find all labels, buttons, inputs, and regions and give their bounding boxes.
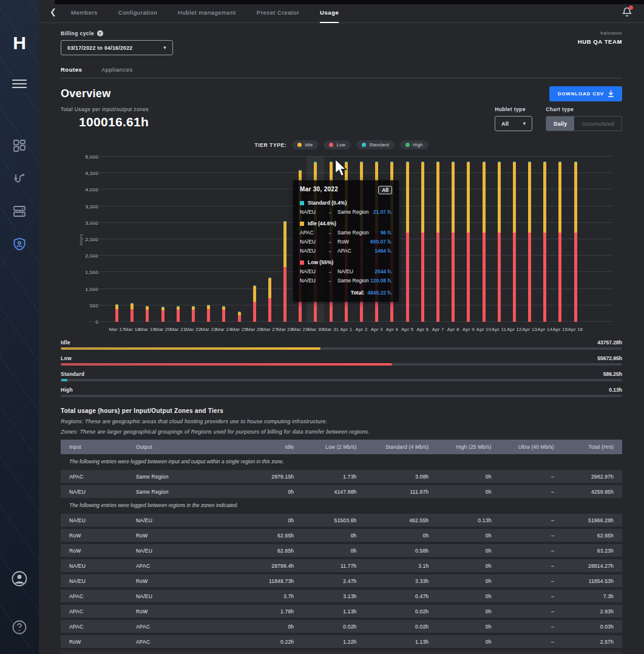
table-cell: 11.77h xyxy=(302,563,365,569)
table-cell: – xyxy=(500,593,563,599)
col-header-input: Input xyxy=(61,444,127,450)
tab-hublet-management[interactable]: Hublet management xyxy=(178,9,236,22)
bar-slot-mar-23[interactable]: Mar 23 xyxy=(201,157,216,322)
bar-slot-mar-27[interactable]: Mar 27 xyxy=(262,157,277,322)
table-cell: 11854.53h xyxy=(563,578,622,584)
table-row: RoWRoW62.65h0h0h0h–62.65h xyxy=(61,529,622,542)
tier-track xyxy=(61,379,622,381)
table-row: NA/EUAPAC28799.4h11.77h3.1h0h–28814.27h xyxy=(61,559,622,572)
x-tick-label: Mar 25 xyxy=(231,327,247,332)
bar-slot-apr-14[interactable]: Apr 14 xyxy=(537,157,552,322)
route-hours: 2544 h. xyxy=(375,268,392,274)
subtab-routes[interactable]: Routes xyxy=(61,63,82,78)
bar-slot-mar-25[interactable]: Mar 25 xyxy=(232,157,247,322)
appliances-icon[interactable] xyxy=(8,200,30,222)
tier-value: 0.13h xyxy=(609,387,622,393)
notifications-bell-icon[interactable] xyxy=(622,7,632,17)
table-total-row: TOTAL (HRS)43757.28h55672.95h586.25h0.13… xyxy=(61,650,622,654)
bar-slot-mar-19[interactable]: Mar 19 xyxy=(140,157,155,322)
subtab-appliances[interactable]: Appliances xyxy=(101,63,132,78)
route-hours: 96 h. xyxy=(381,230,392,236)
tab-configuration[interactable]: Configuration xyxy=(118,9,157,22)
dashboard-icon[interactable] xyxy=(8,135,30,157)
bar-segment-low xyxy=(406,233,409,322)
tooltip-section-standard-0-4: Standard (0.4%)NA/EU→Same Region21.07 h. xyxy=(300,200,392,215)
bar-slot-mar-21[interactable]: Mar 21 xyxy=(171,157,186,322)
download-csv-button[interactable]: DOWNLOAD CSV xyxy=(549,86,622,101)
table-cell: 0.02h xyxy=(365,608,438,615)
chevron-down-icon: ▾ xyxy=(523,121,526,126)
tooltip-section-idle-44-6: Idle (44.6%)APAC→Same Region96 h.NA/EU→R… xyxy=(300,220,392,254)
tooltip-all-badge: All xyxy=(378,186,392,194)
table-cell: 51503.6h xyxy=(302,517,365,523)
table-cell: – xyxy=(500,474,563,480)
download-icon xyxy=(608,90,614,97)
chart-type-daily[interactable]: Daily xyxy=(546,117,574,131)
table-cell: 0.13h xyxy=(437,517,500,523)
legend-pill-standard[interactable]: Standard xyxy=(356,140,395,149)
x-tick-label: Apr 11 xyxy=(492,327,506,332)
bar-slot-mar-26[interactable]: Mar 26 xyxy=(247,157,262,322)
table-cell: 28799.4h xyxy=(240,563,302,569)
route-to: Same Region xyxy=(337,209,373,215)
table-cell: 51966.28h xyxy=(563,517,622,523)
account-icon[interactable] xyxy=(8,568,30,590)
bar-slot-apr-10[interactable]: Apr 10 xyxy=(476,157,492,322)
bar-slot-apr-12[interactable]: Apr 12 xyxy=(507,157,522,322)
bar-slot-apr-16[interactable]: Apr 16 xyxy=(568,157,583,322)
table-cell: – xyxy=(500,563,563,569)
route-to: NA/EU xyxy=(337,268,375,274)
help-icon[interactable] xyxy=(8,616,30,638)
x-tick-label: Mar 19 xyxy=(140,327,155,332)
bar-slot-apr-11[interactable]: Apr 11 xyxy=(492,157,507,322)
bar-slot-mar-18[interactable]: Mar 18 xyxy=(124,157,140,322)
bar-slot-mar-17[interactable]: Mar 17 xyxy=(109,157,124,322)
bar-slot-apr-9[interactable]: Apr 9 xyxy=(461,157,476,322)
bar-slot-apr-13[interactable]: Apr 13 xyxy=(522,157,537,322)
tab-preset-creator[interactable]: Preset Creator xyxy=(257,9,299,22)
x-tick-label: Apr 7 xyxy=(432,327,444,332)
legend-label: Low xyxy=(336,142,345,148)
bar-slot-mar-28[interactable]: Mar 28 xyxy=(277,157,293,322)
stacked-bar xyxy=(452,162,455,322)
bar-slot-mar-24[interactable]: Mar 24 xyxy=(216,157,231,322)
bar-slot-mar-20[interactable]: Mar 20 xyxy=(155,157,171,322)
table-cell: 4259.85h xyxy=(563,489,622,495)
table-cell: RoW xyxy=(127,533,240,539)
tier-fill xyxy=(61,347,320,350)
bar-slot-apr-6[interactable]: Apr 6 xyxy=(415,157,430,322)
chart-type-accumulated[interactable]: Accumulated xyxy=(574,117,622,131)
bar-segment-idle xyxy=(558,162,561,233)
total-usage-block: Total Usage per input/output zones 10001… xyxy=(61,106,149,129)
legend-pill-low[interactable]: Low xyxy=(324,140,351,149)
route-hours: 1464 h. xyxy=(375,248,392,254)
legend-pill-high[interactable]: High xyxy=(400,140,429,149)
table-cell: Same Region xyxy=(127,489,240,495)
stacked-bar xyxy=(436,162,439,322)
haivision-logo-icon[interactable]: H xyxy=(13,34,26,52)
menu-icon[interactable] xyxy=(8,73,30,95)
table-note-row: The following entries were logged betwee… xyxy=(61,499,622,511)
routes-icon[interactable] xyxy=(8,168,30,189)
tab-members[interactable]: Members xyxy=(71,9,98,22)
table-cell: NA/EU xyxy=(61,517,127,523)
info-icon[interactable]: ? xyxy=(97,30,103,36)
back-chevron-icon[interactable]: ❮ xyxy=(50,7,56,16)
route-to: Same Region xyxy=(337,230,381,236)
billing-cycle-select[interactable]: 03/17/2022 to 04/16/2022 ▾ xyxy=(61,40,173,55)
hublet-type-select[interactable]: All ▾ xyxy=(495,116,532,131)
table-cell: NA/EU xyxy=(61,578,127,584)
bar-slot-apr-15[interactable]: Apr 15 xyxy=(552,157,568,322)
tier-fill xyxy=(61,363,392,366)
bar-slot-apr-7[interactable]: Apr 7 xyxy=(430,157,446,322)
table-cell: – xyxy=(500,624,563,630)
low-dot-icon xyxy=(329,143,333,147)
tier-top: Idle43757.28h xyxy=(61,339,622,346)
bar-segment-idle xyxy=(574,162,577,233)
bar-slot-mar-22[interactable]: Mar 22 xyxy=(186,157,201,322)
bar-slot-apr-5[interactable]: Apr 5 xyxy=(400,157,415,322)
tab-usage[interactable]: Usage xyxy=(320,9,339,22)
admin-shield-icon[interactable] xyxy=(8,233,30,255)
legend-pill-idle[interactable]: Idle xyxy=(292,140,318,149)
bar-slot-apr-8[interactable]: Apr 8 xyxy=(446,157,461,322)
